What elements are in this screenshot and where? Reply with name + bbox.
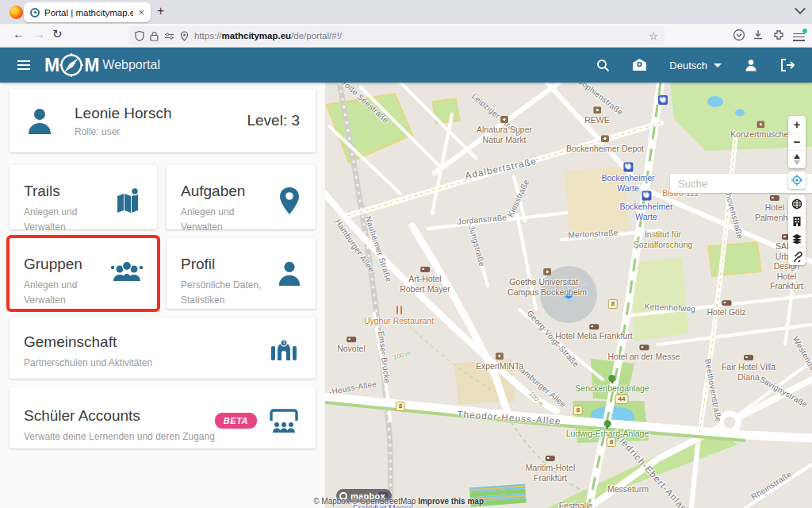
shield-icon[interactable] xyxy=(135,31,144,41)
map-label: -Heuss-Allee xyxy=(328,379,377,397)
map-canvas[interactable]: Große SeestraßeSophienstraßeLeipziger St… xyxy=(325,83,812,508)
close-tab-icon[interactable]: × xyxy=(138,7,144,17)
user-avatar-icon xyxy=(25,106,54,136)
card-subtitle: Persönliche Daten, Statistiken xyxy=(181,278,276,307)
map-label: 100 m xyxy=(527,391,545,409)
bed-icon xyxy=(420,267,430,272)
aufgaben-pin-icon xyxy=(276,186,303,216)
user-icon[interactable] xyxy=(744,58,758,72)
user-level: Level: 3 xyxy=(247,112,300,129)
cart-icon xyxy=(500,116,508,123)
map-label: Institut für Sozialforschung xyxy=(634,229,693,249)
attribution-text[interactable]: © Mapbox © OpenStreetMap xyxy=(313,497,416,506)
zoom-out-button[interactable]: − xyxy=(788,133,806,151)
map-label: Beethovenstraße xyxy=(703,358,723,423)
chevron-down-icon xyxy=(714,64,722,67)
route-badge: 8 xyxy=(396,402,405,411)
map-label: REWE xyxy=(584,106,610,125)
map-label: Theodor-Heuss-Allee xyxy=(457,410,561,428)
logo-subtitle: Webportal xyxy=(102,58,160,72)
map-label: 100 m xyxy=(393,349,412,361)
masks-icon xyxy=(601,135,609,142)
browser-tab-bar: Portal | mathcitymap.eu × + xyxy=(0,0,812,24)
card-subtitle: Anlegen und Verwalten xyxy=(24,205,114,234)
layers-button[interactable] xyxy=(788,230,806,248)
card-schueler-accounts[interactable]: Schüler Accounts Verwalte deine Lernende… xyxy=(10,387,316,448)
schueler-classroom-icon xyxy=(268,408,300,435)
gruppen-group-icon xyxy=(109,259,144,286)
card-title: Gruppen xyxy=(24,256,109,273)
location-pin-icon[interactable] xyxy=(180,31,189,41)
map-locate-control xyxy=(788,171,806,189)
map-label: Mertonstraße xyxy=(568,228,619,240)
card-gruppen[interactable]: Gruppen Anlegen und Verwalten xyxy=(10,238,157,309)
map-label-layer: Große SeestraßeSophienstraßeLeipziger St… xyxy=(325,83,812,508)
logout-icon[interactable] xyxy=(780,59,795,71)
card-subtitle: Anlegen und Verwalten xyxy=(24,278,109,307)
back-button[interactable]: ← xyxy=(13,27,25,40)
map-label: ExperiMINTa xyxy=(476,352,523,371)
map-label: Hamburger Allee xyxy=(332,217,376,275)
improve-map-link[interactable]: Improve this map xyxy=(418,497,484,506)
map-label: Fair Hotel Villa Diana xyxy=(717,355,780,382)
gemeinschaft-school-icon xyxy=(268,335,300,365)
bed-icon xyxy=(744,355,753,360)
globe-icon xyxy=(791,198,802,210)
map-label: U xyxy=(658,95,668,106)
app-menu-icon[interactable] xyxy=(793,31,805,43)
card-profil[interactable]: Profil Persönliche Daten, Statistiken xyxy=(167,238,316,309)
url-bar[interactable]: https://mathcitymap.eu/de/portal/#!/ ☆ xyxy=(128,26,665,45)
new-tab-button[interactable]: + xyxy=(157,4,164,18)
card-gemeinschaft[interactable]: Gemeinschaft Partnerschulen und Aktivitä… xyxy=(10,318,316,379)
map-label: Jordanstraße xyxy=(457,213,507,226)
map-label: Emser Brücke xyxy=(376,330,392,383)
browser-toolbar: ← → ↻ https://mathcitymap.eu/de/portal/#… xyxy=(0,24,812,48)
firefox-icon[interactable] xyxy=(10,6,23,19)
bookmark-star-icon[interactable]: ☆ xyxy=(649,30,658,42)
language-selector[interactable]: Deutsch xyxy=(669,60,722,71)
map-tools-control xyxy=(788,195,806,265)
map-label: Goethe Universität – Campus Bockenheim xyxy=(508,268,587,297)
download-icon[interactable] xyxy=(752,29,764,41)
language-label: Deutsch xyxy=(669,60,707,71)
map-label: Nauheimer Straße xyxy=(363,215,393,283)
reload-button[interactable]: ↻ xyxy=(52,27,63,41)
mcm-logo[interactable]: M M Webportal xyxy=(44,51,160,79)
bed-icon xyxy=(770,195,779,201)
card-title: Trails xyxy=(24,183,114,200)
lock-icon[interactable] xyxy=(150,31,159,41)
extensions-icon[interactable] xyxy=(772,29,785,41)
card-aufgaben[interactable]: Aufgaben Anlegen und Verwalten xyxy=(167,165,316,229)
card-subtitle: Verwalte deine Lernenden und deren Zugan… xyxy=(24,429,215,444)
compass-button[interactable] xyxy=(788,151,806,168)
map-label: Georg-Voigt-Straße xyxy=(525,309,581,369)
globe-button[interactable] xyxy=(788,195,806,213)
route-badge: 8 xyxy=(573,406,583,415)
browser-tab[interactable]: Portal | mathcitymap.eu × xyxy=(24,2,151,22)
search-icon[interactable] xyxy=(596,59,610,72)
museum-icon xyxy=(496,352,504,360)
map-label: Kettenhofweg xyxy=(644,302,695,314)
compass-needle-icon xyxy=(793,154,801,165)
building-icon xyxy=(792,216,802,227)
link-button[interactable] xyxy=(788,248,806,265)
inbox-icon[interactable] xyxy=(632,59,647,71)
building-button[interactable] xyxy=(788,213,806,230)
map-label: Große Seestraße xyxy=(336,83,391,125)
u-icon: U xyxy=(658,95,668,105)
user-card[interactable]: Leonie Horsch Rolle: user Level: 3 xyxy=(10,89,316,152)
permissions-icon[interactable] xyxy=(164,32,174,40)
zoom-in-button[interactable]: + xyxy=(788,116,806,133)
map-label: Uyghur Restaurant xyxy=(364,306,434,326)
menu-burger-icon[interactable] xyxy=(17,58,30,72)
card-trails[interactable]: Trails Anlegen und Verwalten xyxy=(10,165,157,229)
map-label: Konzertmuschel xyxy=(730,121,790,140)
map-label: Alnatura Super Natur Markt xyxy=(477,116,532,144)
u-icon: U xyxy=(642,190,651,200)
forward-button[interactable]: → xyxy=(33,27,45,40)
map-label: Friedrich-Ebert-Anlage xyxy=(610,429,693,508)
pocket-icon[interactable] xyxy=(733,29,745,41)
bed-icon xyxy=(589,324,599,329)
list-tabs-chevron-icon[interactable] xyxy=(795,3,806,14)
locate-button[interactable] xyxy=(788,171,806,189)
